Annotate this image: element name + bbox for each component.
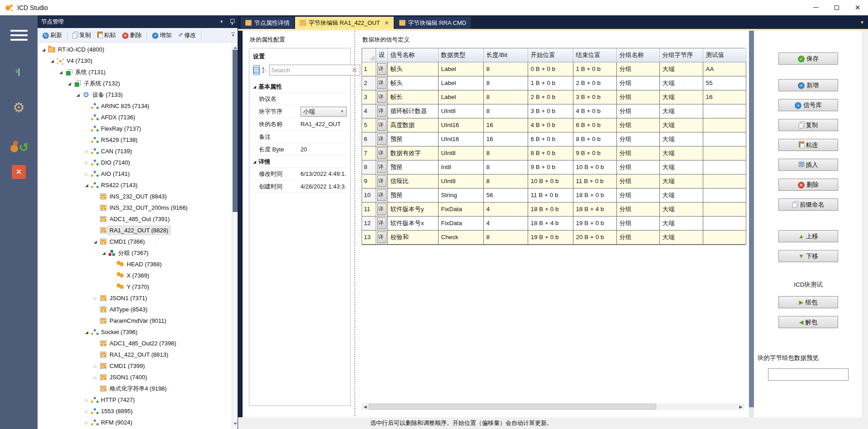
cell-start[interactable]: 2 B + 0 b bbox=[528, 90, 573, 104]
categorize-view-button[interactable] bbox=[253, 65, 260, 75]
cell-group[interactable]: 分组 bbox=[616, 104, 659, 118]
row-detail-button[interactable]: 详 bbox=[377, 217, 386, 229]
row-detail-button[interactable]: 详 bbox=[377, 105, 386, 117]
tab-字节块编辑-RA1_422_OUT[interactable]: 字节块编辑 RA1_422_OUT✕ bbox=[295, 17, 394, 29]
preview-input[interactable] bbox=[768, 368, 849, 381]
tab-close-icon[interactable]: ✕ bbox=[385, 20, 389, 26]
复制-button[interactable]: 复制 bbox=[778, 119, 838, 131]
search-input[interactable] bbox=[272, 67, 351, 74]
tree-item[interactable]: ▷RFM (9024) bbox=[38, 417, 232, 428]
tree-item[interactable]: ▷CMD1 (7399) bbox=[38, 360, 232, 372]
tree-item[interactable]: 格式化字符串4 (9198) bbox=[38, 383, 232, 394]
cell-test[interactable] bbox=[703, 174, 746, 188]
cell-bits[interactable]: 8 bbox=[483, 90, 528, 104]
expander-icon[interactable]: ▷ bbox=[83, 172, 90, 176]
property-value[interactable]: 6/13/2022 4:49:1... bbox=[300, 170, 347, 177]
property-value[interactable]: 20 bbox=[300, 146, 347, 153]
toolbar-add-button[interactable]: +增加 bbox=[150, 30, 174, 41]
cell-bits[interactable]: 8 bbox=[483, 230, 528, 244]
cell-type[interactable]: UInt8 bbox=[438, 104, 483, 118]
signal-pane-scrollbar[interactable] bbox=[749, 31, 754, 417]
settings-gear-icon[interactable]: ⚙ bbox=[13, 101, 25, 114]
tab-节点属性详情[interactable]: 节点属性详情 bbox=[241, 17, 294, 29]
scroll-left-icon[interactable]: ◀ bbox=[362, 405, 369, 409]
cell-name[interactable]: 帧长 bbox=[387, 90, 438, 104]
row-detail-button[interactable]: 详 bbox=[377, 175, 386, 187]
cell-test[interactable] bbox=[703, 104, 746, 118]
cell-name[interactable]: 数据有效字 bbox=[387, 146, 438, 160]
删除-button[interactable]: ✕删除 bbox=[778, 179, 838, 191]
tree-item[interactable]: ▷1553 (8895) bbox=[38, 405, 232, 417]
cell-type[interactable]: FixData bbox=[438, 216, 483, 230]
tree-item[interactable]: Y (7370) bbox=[38, 281, 232, 292]
row-header[interactable]: 9 bbox=[362, 174, 376, 188]
row-header[interactable]: 1 bbox=[362, 62, 376, 76]
cell-start[interactable]: 0 B + 0 b bbox=[528, 62, 573, 76]
row-detail-button[interactable]: 详 bbox=[377, 189, 386, 201]
tree-item[interactable]: ARINC 825 (7134) bbox=[38, 100, 232, 112]
pin-icon[interactable] bbox=[230, 19, 234, 25]
cell-test[interactable]: AA bbox=[703, 62, 746, 76]
粘连-button[interactable]: 粘连 bbox=[778, 139, 838, 151]
cell-endian[interactable]: 大端 bbox=[659, 104, 703, 118]
cell-bits[interactable]: 8 bbox=[483, 146, 528, 160]
tree-item[interactable]: ▷JSON1 (7400) bbox=[38, 372, 232, 383]
row-header[interactable]: 7 bbox=[362, 146, 376, 160]
新增-button[interactable]: +新增 bbox=[778, 79, 838, 91]
tree-item[interactable]: ▷AIO (7141) bbox=[38, 168, 232, 179]
row-header[interactable]: 4 bbox=[362, 104, 376, 118]
scrollbar-thumb[interactable] bbox=[749, 31, 754, 407]
row-detail-button[interactable]: 详 bbox=[377, 63, 386, 75]
cell-name[interactable]: 校验和 bbox=[387, 230, 438, 244]
cell-end[interactable]: 8 B + 0 b bbox=[573, 132, 616, 146]
column-header-分组名称[interactable]: 分组名称 bbox=[616, 48, 659, 62]
cell-endian[interactable]: 大端 bbox=[659, 118, 703, 132]
cell-start[interactable]: 19 B + 0 b bbox=[528, 230, 573, 244]
cell-endian[interactable]: 大端 bbox=[659, 146, 703, 160]
cell-bits[interactable]: 8 bbox=[483, 76, 528, 90]
expander-icon[interactable]: ▷ bbox=[83, 409, 90, 414]
tree-item[interactable]: ◢RT-IO-ICD (4800) bbox=[38, 44, 232, 55]
row-detail-button[interactable]: 详 bbox=[377, 203, 386, 215]
row-header[interactable]: 8 bbox=[362, 160, 376, 174]
cell-group[interactable]: 分组 bbox=[616, 132, 659, 146]
cell-test[interactable] bbox=[703, 146, 746, 160]
byte-order-combobox[interactable]: 小端▼ bbox=[300, 107, 347, 117]
column-header-测试值[interactable]: 测试值 bbox=[703, 48, 746, 62]
tree-item[interactable]: ▷JSON1 (7371) bbox=[38, 292, 232, 304]
tree-item[interactable]: RA1_422_OUT (8813) bbox=[38, 349, 232, 360]
close-button[interactable]: ✕ bbox=[847, 0, 868, 15]
cell-type[interactable]: UInt8 bbox=[438, 174, 483, 188]
expander-icon[interactable]: ◢ bbox=[49, 59, 56, 63]
信号库-button[interactable]: +信号库 bbox=[778, 99, 838, 111]
tab-字节块编辑-RRA-CMD[interactable]: 字节块编辑 RRA CMD bbox=[395, 17, 471, 29]
cell-type[interactable]: Label bbox=[438, 90, 483, 104]
cell-endian[interactable]: 大端 bbox=[659, 90, 703, 104]
cell-name[interactable]: 预留 bbox=[387, 188, 438, 202]
expander-icon[interactable]: ◢ bbox=[57, 70, 64, 75]
expander-icon[interactable]: ◢ bbox=[75, 93, 81, 97]
panel-menu-icon[interactable]: ▼ bbox=[219, 19, 224, 24]
cell-bits[interactable]: 16 bbox=[483, 132, 528, 146]
column-header-开始位置[interactable]: 开始位置 bbox=[528, 48, 573, 62]
row-detail-button[interactable]: 详 bbox=[377, 161, 386, 173]
tree-item[interactable]: FlexRay (7137) bbox=[38, 123, 232, 134]
expander-icon[interactable]: ◢ bbox=[40, 47, 47, 52]
组包-button[interactable]: ▶组包 bbox=[778, 296, 838, 308]
cell-type[interactable]: Label bbox=[438, 76, 483, 90]
cell-name[interactable]: 预留 bbox=[387, 132, 438, 146]
cell-endian[interactable]: 大端 bbox=[659, 202, 703, 216]
cell-type[interactable]: String bbox=[438, 188, 483, 202]
row-detail-button[interactable]: 详 bbox=[377, 91, 386, 103]
cell-endian[interactable]: 大端 bbox=[659, 132, 703, 146]
cell-group[interactable]: 分组 bbox=[616, 202, 659, 216]
tree-item[interactable]: RS429 (7138) bbox=[38, 134, 232, 146]
property-category[interactable]: ◢详情 bbox=[253, 156, 347, 168]
scrollbar-thumb[interactable] bbox=[233, 50, 238, 212]
cell-endian[interactable]: 大端 bbox=[659, 216, 703, 230]
tree-item[interactable]: ◢分组 (7367) bbox=[38, 247, 232, 259]
scrollbar-thumb[interactable] bbox=[369, 404, 656, 410]
scroll-up-icon[interactable] bbox=[234, 45, 237, 49]
cell-end[interactable]: 19 B + 0 b bbox=[573, 216, 616, 230]
cell-endian[interactable]: 大端 bbox=[659, 188, 703, 202]
